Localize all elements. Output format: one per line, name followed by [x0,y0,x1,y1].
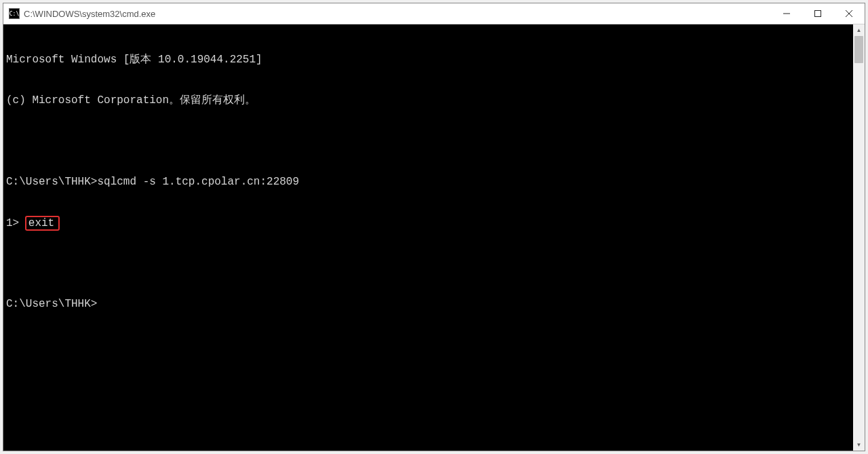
exit-highlight: exit [25,216,60,231]
prompt-path: C:\Users\THHK> [6,298,97,310]
scroll-up-arrow-icon[interactable]: ▲ [853,24,865,36]
prompt-line: C:\Users\THHK> [6,297,850,311]
titlebar[interactable]: C:\ C:\WINDOWS\system32\cmd.exe [3,3,865,24]
terminal-output[interactable]: Microsoft Windows [版本 10.0.19044.2251] (… [3,24,853,451]
vertical-scrollbar[interactable]: ▲ ▼ [853,24,865,451]
content-area: Microsoft Windows [版本 10.0.19044.2251] (… [3,24,865,451]
scroll-down-arrow-icon[interactable]: ▼ [853,439,865,451]
command-prompt-window: C:\ C:\WINDOWS\system32\cmd.exe Microsof… [3,3,865,451]
output-blank [6,257,850,270]
output-blank [6,134,850,148]
scrollbar-thumb[interactable] [854,36,863,63]
sqlcmd-prompt: 1> [6,217,26,229]
cmd-icon: C:\ [9,8,20,19]
close-button[interactable] [833,3,865,24]
window-controls [771,3,865,24]
output-line: (c) Microsoft Corporation。保留所有权利。 [6,94,850,107]
sqlcmd-line: 1> exit [6,216,850,229]
command-text: sqlcmd -s 1.tcp.cpolar.cn:22809 [97,176,299,188]
svg-rect-1 [815,11,821,17]
minimize-button[interactable] [771,3,802,24]
scrollbar-track[interactable] [853,36,865,439]
window-title: C:\WINDOWS\system32\cmd.exe [24,8,771,19]
output-line: Microsoft Windows [版本 10.0.19044.2251] [6,53,850,67]
prompt-line: C:\Users\THHK>sqlcmd -s 1.tcp.cpolar.cn:… [6,175,850,189]
prompt-path: C:\Users\THHK> [6,176,97,188]
maximize-button[interactable] [802,3,833,24]
